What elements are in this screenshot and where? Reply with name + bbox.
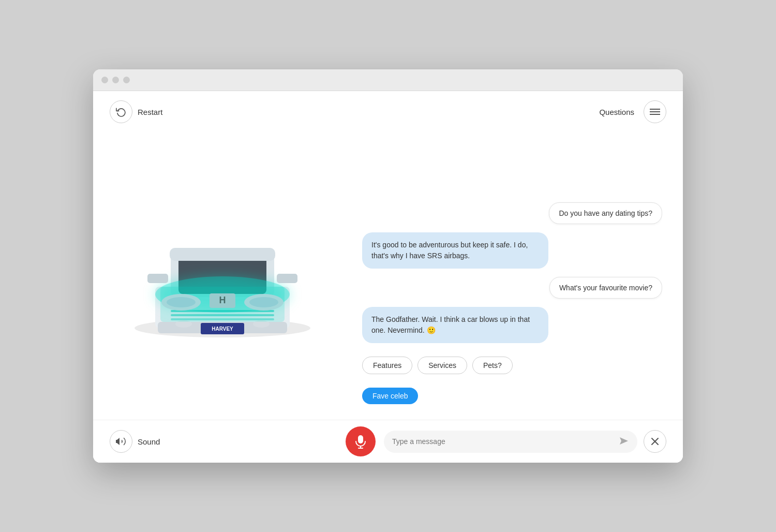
sound-button[interactable]: Sound (110, 430, 160, 453)
svg-rect-21 (277, 274, 297, 283)
restart-icon (116, 107, 126, 117)
chat-panel: Do you have any dating tips? It's good t… (352, 132, 683, 420)
traffic-light-minimize[interactable] (112, 77, 119, 83)
close-button[interactable] (644, 430, 666, 453)
quick-reply-services[interactable]: Services (417, 357, 467, 374)
hamburger-icon (650, 108, 660, 115)
restart-icon-circle (110, 100, 132, 123)
quick-replies: Features Services Pets? (362, 357, 662, 374)
chat-input-area (384, 431, 637, 453)
svg-rect-25 (358, 435, 363, 444)
mic-icon (354, 434, 367, 449)
message-bot-1: It's good to be adventurous but keep it … (362, 232, 548, 269)
send-button[interactable] (619, 436, 629, 448)
message-user-2: What's your favourite movie? (549, 277, 662, 299)
traffic-light-maximize[interactable] (123, 77, 130, 83)
bottom-bar: Sound (93, 420, 683, 463)
sound-label: Sound (138, 437, 160, 446)
quick-reply-pets[interactable]: Pets? (472, 357, 513, 374)
traffic-light-close[interactable] (101, 77, 108, 83)
quick-replies-row2: Fave celeb (362, 388, 662, 404)
browser-content: Restart Questions (93, 91, 683, 463)
car-svg: H HARVEY (124, 194, 321, 359)
bottom-bar-right (384, 430, 666, 453)
bottom-bar-center (346, 426, 376, 456)
quick-reply-features[interactable]: Features (362, 357, 412, 374)
quick-reply-fave-celeb[interactable]: Fave celeb (362, 388, 418, 404)
main-area: H HARVEY (93, 132, 683, 420)
browser-window: Restart Questions (93, 69, 683, 463)
svg-rect-24 (160, 287, 285, 322)
mic-button[interactable] (346, 426, 376, 456)
car-display: H HARVEY (124, 194, 321, 359)
restart-button[interactable]: Restart (110, 100, 162, 123)
bottom-bar-left: Sound (110, 430, 337, 453)
speaker-icon (115, 437, 127, 446)
svg-rect-20 (147, 274, 168, 283)
menu-button[interactable] (644, 100, 666, 123)
browser-titlebar (93, 69, 683, 91)
svg-rect-7 (170, 248, 275, 261)
close-icon (651, 437, 659, 446)
message-user-1: Do you have any dating tips? (549, 202, 662, 224)
questions-label: Questions (599, 108, 634, 116)
traffic-lights (101, 77, 130, 83)
car-panel: H HARVEY (93, 132, 352, 420)
send-icon (619, 436, 629, 446)
message-bot-2: The Godfather. Wait. I think a car blows… (362, 307, 548, 343)
top-right: Questions (599, 100, 666, 123)
restart-label: Restart (138, 108, 162, 116)
sound-icon-circle (110, 430, 132, 453)
top-bar: Restart Questions (93, 91, 683, 132)
car-name-plate: HARVEY (212, 326, 233, 332)
chat-text-input[interactable] (392, 437, 614, 446)
chat-messages: Do you have any dating tips? It's good t… (362, 143, 662, 409)
